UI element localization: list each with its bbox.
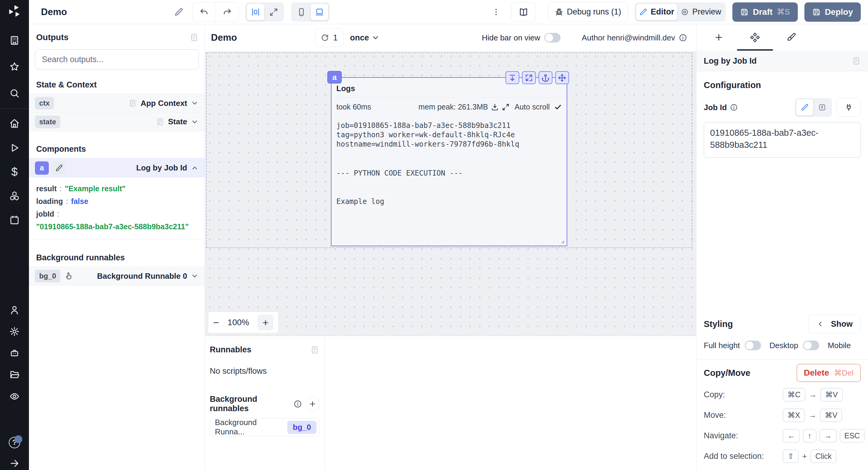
output-result[interactable]: result:"Example result" xyxy=(36,182,197,195)
desktop-toggle[interactable] xyxy=(803,341,819,350)
rename-component-icon[interactable] xyxy=(52,161,66,175)
divider xyxy=(696,359,868,360)
arrow-separator: → xyxy=(808,411,817,420)
logs-component[interactable]: a Logs took 60ms mem peak: 261.3MB xyxy=(331,77,567,246)
download-logs-icon[interactable] xyxy=(491,103,499,111)
component-handle-a[interactable]: a xyxy=(327,71,342,84)
settings-icon[interactable] xyxy=(7,325,22,338)
resources-icon[interactable] xyxy=(7,189,22,202)
favorites-icon[interactable] xyxy=(7,60,22,73)
output-jobid[interactable]: jobId: xyxy=(36,208,197,220)
folders-icon[interactable] xyxy=(7,368,22,381)
output-jobid-value[interactable]: "01910865-188a-bab7-a3ec-588b9ba3c211" xyxy=(36,220,197,233)
no-scripts-label: No scripts/flows xyxy=(210,366,319,376)
tab-insert-component[interactable] xyxy=(701,24,737,51)
schedules-icon[interactable] xyxy=(7,213,22,226)
job-id-input[interactable]: 01910865-188a-bab7-a3ec-588b9ba3c211 xyxy=(704,122,861,158)
log-line: Example log xyxy=(336,197,562,206)
hide-bar-toggle[interactable] xyxy=(544,33,561,42)
refresh-button[interactable]: 1 xyxy=(315,28,343,47)
zoom-out-button[interactable]: − xyxy=(213,317,219,328)
variables-icon[interactable]: $ xyxy=(7,165,22,178)
runs-icon[interactable] xyxy=(7,142,22,154)
workers-icon[interactable] xyxy=(7,347,22,360)
undo-button[interactable] xyxy=(193,3,216,22)
separator: : xyxy=(63,197,71,205)
delete-component-button[interactable]: Delete ⌘Del xyxy=(797,364,861,382)
background-runnable-card[interactable]: Background Runna... bg_0 xyxy=(210,418,319,436)
full-height-label: Full height xyxy=(704,341,740,350)
docs-button[interactable] xyxy=(511,2,536,22)
background-runnable-row[interactable]: bg_0 Background Runnable 0 xyxy=(29,267,205,285)
bg0-badge: bg_0 xyxy=(35,270,60,282)
anchor-component-icon[interactable] xyxy=(538,71,553,84)
move-component-icon[interactable] xyxy=(555,71,569,84)
state-row[interactable]: state State xyxy=(29,113,205,131)
eval-input-button[interactable] xyxy=(814,99,831,116)
info-icon[interactable] xyxy=(730,104,738,111)
rail-divider xyxy=(0,109,29,109)
redo-button[interactable] xyxy=(216,3,239,22)
tab-global-styling[interactable] xyxy=(773,24,809,51)
refresh-icon xyxy=(321,34,329,41)
add-background-runnable-button[interactable] xyxy=(306,397,319,411)
info-icon[interactable] xyxy=(679,33,687,42)
fullscreen-layout-button[interactable] xyxy=(265,4,282,20)
hand-pointer-icon xyxy=(64,272,73,280)
output-value: "Example result" xyxy=(65,184,126,193)
audit-logs-icon[interactable] xyxy=(7,390,22,403)
expand-logs-icon[interactable] xyxy=(502,103,510,111)
chevron-down-icon xyxy=(371,33,380,42)
doc-icon xyxy=(128,99,137,108)
logs-took: took 60ms xyxy=(336,102,371,111)
output-key: loading xyxy=(36,197,63,205)
show-styling-button[interactable]: Show xyxy=(808,315,861,333)
expand-component-icon[interactable] xyxy=(522,71,536,84)
output-loading[interactable]: loading:false xyxy=(36,195,197,208)
users-icon[interactable] xyxy=(7,303,22,317)
component-row-a[interactable]: a Log by Job Id xyxy=(29,158,205,177)
home-icon[interactable] xyxy=(7,117,22,130)
static-input-button[interactable] xyxy=(796,99,813,116)
connect-input-button[interactable] xyxy=(837,98,861,117)
fill-height-icon[interactable] xyxy=(505,71,519,84)
check-icon[interactable] xyxy=(554,103,562,111)
centered-layout-button[interactable] xyxy=(247,4,264,20)
log-line: job=01910865-188a-bab7-a3ec-588b9ba3c211 xyxy=(336,121,562,130)
logs-output[interactable]: job=01910865-188a-bab7-a3ec-588b9ba3c211… xyxy=(332,113,567,206)
refresh-mode-dropdown[interactable]: once xyxy=(350,33,380,42)
tab-component-settings[interactable] xyxy=(737,24,773,51)
output-key: result xyxy=(36,184,57,193)
mobile-view-button[interactable] xyxy=(293,4,310,20)
edit-title-icon[interactable] xyxy=(174,7,183,17)
desktop-view-button[interactable] xyxy=(311,4,328,20)
bg-runnables-title: Background runnables xyxy=(210,394,289,413)
add-to-selection-label: Add to selection: xyxy=(704,451,783,461)
runnables-doc-icon[interactable] xyxy=(310,345,319,354)
topbar: Demo Debug runs (1) xyxy=(29,0,868,24)
windmill-logo[interactable] xyxy=(0,0,29,22)
collapse-rail-icon[interactable] xyxy=(7,457,22,470)
component-doc-icon[interactable] xyxy=(852,56,861,65)
tab-preview[interactable]: Preview xyxy=(678,4,724,20)
search-icon[interactable] xyxy=(7,87,22,99)
zoom-in-button[interactable]: + xyxy=(258,315,273,330)
copy-label: Copy: xyxy=(704,390,783,400)
ctx-row[interactable]: ctx App Context xyxy=(29,94,205,113)
full-height-toggle[interactable] xyxy=(745,341,761,350)
debug-runs-button[interactable]: Debug runs (1) xyxy=(548,2,628,22)
draft-button[interactable]: Draft ⌘S xyxy=(733,2,798,22)
app-title: Demo xyxy=(41,7,67,18)
app-canvas[interactable]: a Logs took 60ms mem peak: 261.3MB xyxy=(205,51,696,336)
deploy-button[interactable]: Deploy xyxy=(804,2,861,22)
resize-handle-icon[interactable] xyxy=(558,238,565,244)
canvas-header: Demo 1 once Hide bar on view Author henr… xyxy=(205,24,696,51)
tab-editor[interactable]: Editor xyxy=(636,4,677,20)
more-options-icon[interactable] xyxy=(492,8,500,16)
outputs-doc-icon[interactable] xyxy=(190,33,198,42)
workspace-icon[interactable] xyxy=(7,34,22,47)
info-icon[interactable] xyxy=(293,400,302,408)
search-outputs-input[interactable] xyxy=(35,50,199,69)
help-icon[interactable]: ? xyxy=(7,436,22,449)
navigate-label: Navigate: xyxy=(704,431,783,440)
